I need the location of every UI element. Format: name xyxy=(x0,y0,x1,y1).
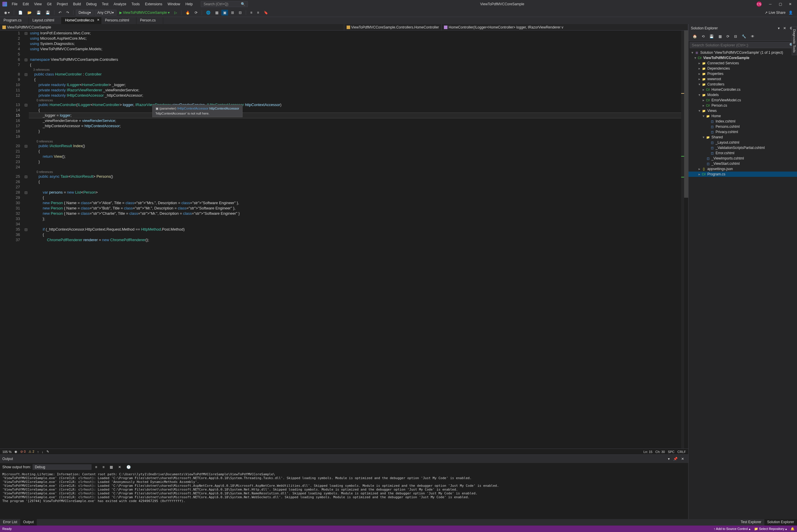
fold-toggle[interactable] xyxy=(23,238,29,243)
code-line[interactable]: ChromePdfRenderer renderer = new ChromeP… xyxy=(29,238,681,243)
tree-item-appsettings-json[interactable]: ▸{}appsettings.json xyxy=(689,166,797,172)
code-line[interactable]: _httpContextAccessor = httpContextAccess… xyxy=(29,124,681,129)
expand-icon[interactable]: ▸ xyxy=(702,88,706,92)
code-line[interactable]: return View(); xyxy=(29,154,681,159)
line-number[interactable]: Ln: 15 xyxy=(644,450,653,454)
user-badge[interactable]: CS xyxy=(757,1,762,7)
fold-toggle[interactable] xyxy=(23,200,29,206)
fold-toggle[interactable]: ⊟ xyxy=(23,72,29,77)
browser-link-button[interactable]: 🌐 xyxy=(204,10,212,16)
solution-dropdown-icon[interactable]: ▾ xyxy=(776,25,781,31)
tree-item-connected-services[interactable]: ▸📁Connected Services xyxy=(689,60,797,66)
menu-git[interactable]: Git xyxy=(45,1,54,7)
uncomment-button[interactable]: ≡ xyxy=(255,10,261,16)
fold-toggle[interactable] xyxy=(23,211,29,216)
code-line[interactable]: }; xyxy=(29,216,681,222)
output-close-icon[interactable]: ✕ xyxy=(680,456,686,462)
code-line[interactable]: _viewRenderService = viewRenderService; xyxy=(29,118,681,124)
preview-icon[interactable]: 👁 xyxy=(749,34,756,39)
code-line[interactable]: new Person { Name = class="str">"Charlie… xyxy=(29,211,681,216)
tree-item-privacy-cshtml[interactable]: ◫Privacy.cshtml xyxy=(689,129,797,135)
scroll-thumb[interactable] xyxy=(684,31,688,198)
fold-toggle[interactable] xyxy=(23,134,29,139)
menu-window[interactable]: Window xyxy=(165,1,183,7)
code-line[interactable]: 3 references xyxy=(29,68,681,72)
code-line[interactable] xyxy=(29,134,681,139)
breakpoint-margin[interactable] xyxy=(0,31,5,449)
fold-toggle[interactable] xyxy=(23,93,29,98)
menu-help[interactable]: Help xyxy=(183,1,195,7)
fold-toggle[interactable] xyxy=(23,62,29,68)
sync-icon[interactable]: ⟲ xyxy=(700,34,706,39)
fold-toggle[interactable] xyxy=(23,232,29,238)
expand-icon[interactable]: ▸ xyxy=(698,72,702,76)
code-line[interactable]: { xyxy=(29,232,681,238)
new-button[interactable]: 📄 xyxy=(16,10,24,16)
tree-item-dependencies[interactable]: ▸📁Dependencies xyxy=(689,66,797,71)
code-line[interactable]: using System.Diagnostics; xyxy=(29,41,681,46)
tree-item-controllers[interactable]: ▾📁Controllers xyxy=(689,82,797,87)
expand-icon[interactable]: ▸ xyxy=(698,66,702,71)
menu-tools[interactable]: Tools xyxy=(129,1,142,7)
tree-item--layout-cshtml[interactable]: ◫_Layout.cshtml xyxy=(689,140,797,145)
fold-toggle[interactable] xyxy=(23,113,29,118)
code-line[interactable]: using IronPdf.Extensions.Mvc.Core; xyxy=(29,31,681,36)
whitespace-mode[interactable]: SPC xyxy=(668,450,675,454)
save-all-button[interactable]: 💾 xyxy=(44,10,52,16)
fold-toggle[interactable] xyxy=(23,222,29,227)
code-line[interactable]: } xyxy=(29,129,681,134)
tree-item--validationscriptspartial-cshtml[interactable]: ◫_ValidationScriptsPartial.cshtml xyxy=(689,145,797,150)
config-dropdown[interactable]: Debug▾ xyxy=(76,10,93,16)
code-line[interactable]: 0 references xyxy=(29,98,681,102)
maximize-button[interactable]: ▢ xyxy=(776,2,785,6)
hot-reload-button[interactable]: 🔥 xyxy=(184,10,192,16)
output-source-dropdown[interactable]: Debug xyxy=(33,464,91,470)
fold-toggle[interactable]: ⊟ xyxy=(23,57,29,62)
tab-person-cs[interactable]: Person.cs xyxy=(137,17,163,24)
code-line[interactable]: 0 references xyxy=(29,170,681,174)
solution-search-input[interactable] xyxy=(692,43,789,47)
platform-dropdown[interactable]: Any CPU▾ xyxy=(95,10,116,16)
show-all-icon[interactable]: ▦ xyxy=(717,34,724,39)
fold-toggle[interactable] xyxy=(23,124,29,129)
code-line[interactable] xyxy=(29,52,681,57)
fold-toggle[interactable] xyxy=(23,41,29,46)
code-line[interactable] xyxy=(29,165,681,170)
expand-icon[interactable]: ▸ xyxy=(698,61,702,65)
tree-item--viewstart-cshtml[interactable]: ◫_ViewStart.cshtml xyxy=(689,161,797,166)
expand-icon[interactable]: ▸ xyxy=(698,172,702,176)
code-line[interactable]: { xyxy=(29,179,681,185)
expand-icon[interactable]: ▾ xyxy=(690,51,694,55)
nav-class[interactable]: ViewToPdfMVCCoreSample.Controllers.HomeC… xyxy=(344,24,442,30)
fold-toggle[interactable] xyxy=(23,154,29,159)
tab-persons-cshtml[interactable]: Persons.cshtml xyxy=(102,17,137,24)
code-line[interactable]: public class HomeController : Controller xyxy=(29,72,681,77)
tree-item-views[interactable]: ▾📁Views xyxy=(689,108,797,113)
code-line[interactable] xyxy=(29,222,681,227)
fold-toggle[interactable] xyxy=(23,159,29,165)
code-line[interactable]: var persons = new List<Person> xyxy=(29,190,681,195)
fold-toggle[interactable]: ⊟ xyxy=(23,144,29,149)
tab-layout-cshtml[interactable]: Layout.cshtml xyxy=(29,17,61,24)
clear-output-icon[interactable]: ≡ xyxy=(93,464,99,470)
menu-analyze[interactable]: Analyze xyxy=(111,1,129,7)
menu-file[interactable]: File xyxy=(10,1,20,7)
eol-mode[interactable]: CRLF xyxy=(677,450,686,454)
zoom-level[interactable]: 105 % xyxy=(2,450,12,454)
code-line[interactable]: } xyxy=(29,159,681,165)
tree-item-shared[interactable]: ▾📁Shared xyxy=(689,135,797,140)
btab-error-list[interactable]: Error List xyxy=(0,519,20,526)
error-count-icon[interactable]: ⊘ 0 xyxy=(20,450,25,454)
code-line[interactable]: 0 references xyxy=(29,139,681,144)
fold-toggle[interactable] xyxy=(23,82,29,88)
tree-item-errorviewmodel-cs[interactable]: ▸C#ErrorViewModel.cs xyxy=(689,97,797,103)
tree-item--viewimports-cshtml[interactable]: ◫_ViewImports.cshtml xyxy=(689,156,797,161)
expand-icon[interactable]: ▾ xyxy=(702,114,706,118)
fold-toggle[interactable] xyxy=(23,36,29,41)
code-line[interactable]: using Microsoft.AspNetCore.Mvc; xyxy=(29,36,681,41)
open-button[interactable]: 📂 xyxy=(25,10,34,16)
code-line[interactable]: namespace ViewToPdfMVCCoreSample.Control… xyxy=(29,57,681,62)
code-line[interactable] xyxy=(29,185,681,190)
warning-count-icon[interactable]: ⚠ 2 xyxy=(29,450,34,454)
fold-toggle[interactable]: ⊟ xyxy=(23,190,29,195)
